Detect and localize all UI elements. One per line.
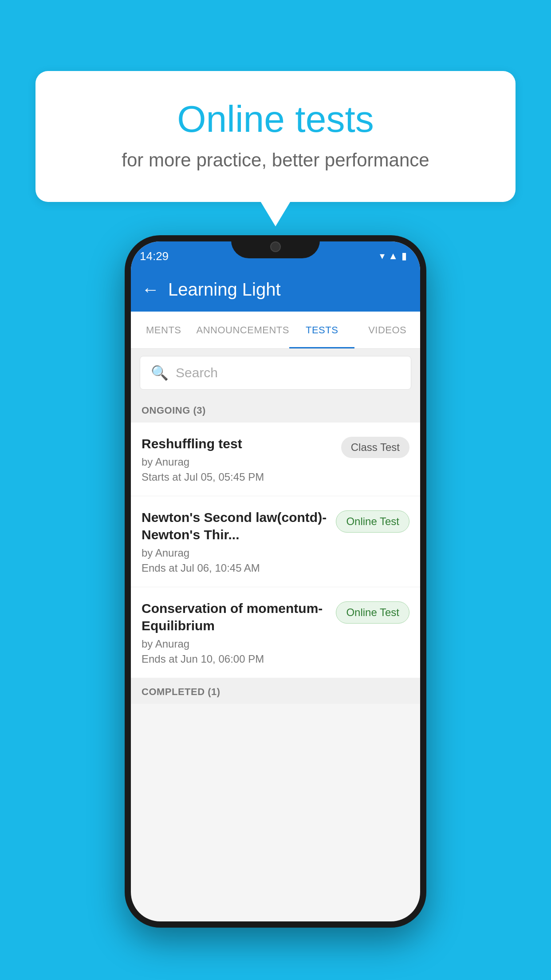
app-bar-title: Learning Light [168, 280, 281, 300]
back-button[interactable]: ← [142, 280, 159, 300]
app-bar: ← Learning Light [131, 267, 420, 312]
bubble-title: Online tests [71, 98, 480, 141]
section-label-completed: COMPLETED (1) [142, 686, 220, 697]
section-header-completed: COMPLETED (1) [131, 678, 420, 704]
phone-frame: 14:29 ▾ ▲ ▮ ← Learning Light MENTS ANNOU… [125, 235, 426, 928]
search-placeholder: Search [176, 365, 218, 380]
tab-tests[interactable]: TESTS [289, 312, 355, 348]
test-author-3: by Anurag [142, 638, 327, 650]
phone-wrapper: 14:29 ▾ ▲ ▮ ← Learning Light MENTS ANNOU… [125, 235, 426, 928]
test-author-1: by Anurag [142, 456, 332, 468]
search-box[interactable]: 🔍 Search [140, 356, 411, 390]
search-icon: 🔍 [151, 364, 169, 381]
test-info-2: Newton's Second law(contd)-Newton's Thir… [142, 509, 336, 574]
section-header-ongoing: ONGOING (3) [131, 397, 420, 423]
signal-icon: ▲ [388, 250, 398, 262]
test-author-2: by Anurag [142, 547, 327, 559]
test-item-conservation[interactable]: Conservation of momentum-Equilibrium by … [131, 587, 420, 678]
phone-screen: 14:29 ▾ ▲ ▮ ← Learning Light MENTS ANNOU… [131, 241, 420, 921]
test-item-reshuffling[interactable]: Reshuffling test by Anurag Starts at Jul… [131, 423, 420, 496]
search-container: 🔍 Search [131, 349, 420, 397]
speech-bubble-container: Online tests for more practice, better p… [35, 71, 516, 202]
test-item-newton[interactable]: Newton's Second law(contd)-Newton's Thir… [131, 496, 420, 587]
wifi-icon: ▾ [380, 250, 385, 262]
phone-notch [231, 235, 320, 258]
bubble-subtitle: for more practice, better performance [71, 150, 480, 171]
section-label-ongoing: ONGOING (3) [142, 405, 206, 416]
test-badge-3: Online Test [336, 601, 409, 624]
test-time-1: Starts at Jul 05, 05:45 PM [142, 471, 332, 483]
test-name-3: Conservation of momentum-Equilibrium [142, 600, 327, 634]
test-time-3: Ends at Jun 10, 06:00 PM [142, 653, 327, 665]
front-camera [270, 241, 281, 252]
tab-announcements[interactable]: ANNOUNCEMENTS [197, 312, 289, 348]
test-badge-1: Class Test [341, 437, 409, 458]
speech-bubble: Online tests for more practice, better p… [35, 71, 516, 202]
test-badge-2: Online Test [336, 510, 409, 533]
tab-videos[interactable]: VIDEOS [354, 312, 420, 348]
test-info-1: Reshuffling test by Anurag Starts at Jul… [142, 435, 341, 483]
battery-icon: ▮ [401, 250, 407, 262]
tests-list: Reshuffling test by Anurag Starts at Jul… [131, 423, 420, 678]
tabs-bar: MENTS ANNOUNCEMENTS TESTS VIDEOS [131, 312, 420, 349]
status-time: 14:29 [140, 249, 169, 263]
test-info-3: Conservation of momentum-Equilibrium by … [142, 600, 336, 665]
test-time-2: Ends at Jul 06, 10:45 AM [142, 562, 327, 574]
test-name-1: Reshuffling test [142, 435, 332, 452]
status-icons: ▾ ▲ ▮ [380, 250, 407, 262]
tab-ments[interactable]: MENTS [131, 312, 197, 348]
test-name-2: Newton's Second law(contd)-Newton's Thir… [142, 509, 327, 543]
